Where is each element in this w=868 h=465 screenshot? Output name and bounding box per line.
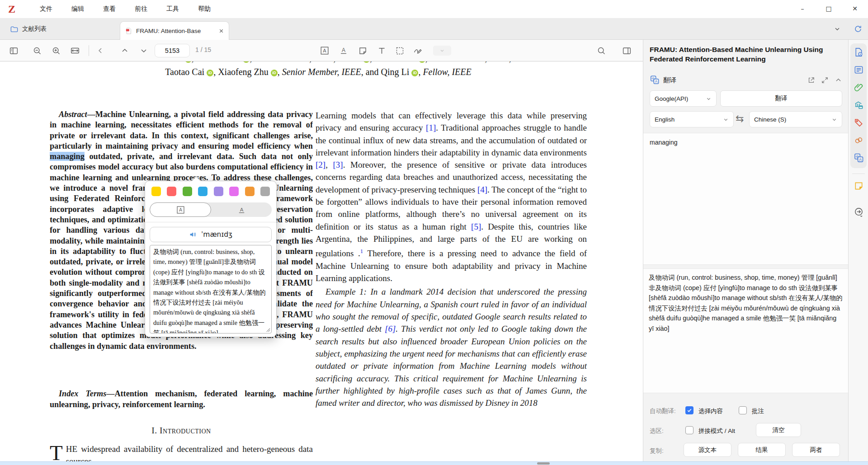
paperclip-icon (854, 82, 864, 93)
related-links-icon (854, 135, 864, 146)
pdf-page[interactable]: Thanveer Shaik iD, Xiaohui Tao iD, Senio… (0, 61, 643, 461)
popout-button[interactable] (807, 76, 815, 84)
example-paragraph: Example 1: In a landmark 2014 decision t… (316, 286, 587, 409)
highlight-segment[interactable]: A (150, 202, 211, 217)
draw-tool-button[interactable] (410, 42, 426, 59)
translate-button[interactable]: 翻译 (720, 90, 842, 107)
expand-button[interactable] (821, 76, 829, 84)
dictionary-box[interactable]: 及物动词 (run, control: business, shop, time… (150, 245, 272, 333)
area-tool-button[interactable] (392, 42, 408, 59)
minimize-button[interactable]: – (789, 0, 816, 17)
source-language-select[interactable]: English (650, 111, 734, 127)
tab-related[interactable] (850, 132, 867, 149)
engine-select[interactable]: Google(API) (650, 90, 717, 107)
checkbox-concat-mode[interactable] (685, 426, 693, 434)
color-swatch[interactable] (198, 187, 208, 196)
color-swatch[interactable] (214, 187, 223, 196)
zoom-in-button[interactable] (48, 42, 64, 59)
menu-item-tools[interactable]: 工具 (160, 2, 185, 16)
resize-handle-icon[interactable] (265, 327, 270, 332)
maximize-button[interactable]: □ (816, 0, 842, 17)
swap-icon: ⇆ (736, 113, 744, 124)
authors-line: Taotao Cai iD, Xiaofeng Zhu iD, Senior M… (50, 67, 587, 77)
fit-width-button[interactable] (67, 42, 83, 59)
sidebar-toggle-icon (9, 46, 19, 56)
pronunciation-text: ˈmænɪdʒ (201, 230, 232, 239)
color-swatch[interactable] (183, 187, 192, 196)
intro-paragraph: THE widespread availability of decentral… (50, 443, 313, 461)
tab-attachments[interactable] (850, 79, 867, 96)
menu-item-go[interactable]: 前往 (128, 2, 154, 16)
menu-item-edit[interactable]: 编辑 (65, 2, 90, 16)
sidebar-toggle-button[interactable] (5, 42, 22, 59)
tab-close-icon[interactable] (218, 28, 224, 34)
next-page-button[interactable] (136, 42, 152, 59)
text-tool-button[interactable] (373, 42, 390, 59)
sync-icon (854, 25, 862, 33)
search-icon (597, 46, 606, 56)
result-text: 及物动词 (run, control: business, shop, time… (649, 274, 843, 332)
locate-arrow-icon (854, 207, 864, 217)
color-swatch[interactable] (229, 187, 239, 196)
item-title: FRAMU: Attention-Based Machine Unlearnin… (650, 45, 841, 64)
annotations-button[interactable] (850, 177, 867, 195)
tab-abstract[interactable] (850, 61, 867, 79)
selection-label: 选区: (650, 427, 664, 435)
underline-segment[interactable]: A (211, 202, 272, 217)
color-swatch[interactable] (151, 187, 161, 196)
source-text-area[interactable]: managing (643, 133, 849, 265)
color-swatch[interactable] (245, 187, 255, 196)
highlight-icon: A (320, 46, 330, 56)
menu-item-file[interactable]: 文件 (33, 2, 59, 16)
clear-button[interactable]: 清空 (756, 423, 801, 437)
close-button[interactable]: ✕ (842, 0, 868, 17)
select-content-label: 选择内容 (698, 407, 723, 415)
authors-line: Thanveer Shaik iD, Xiaohui Tao iD, Senio… (50, 61, 587, 64)
color-swatch[interactable] (260, 187, 270, 196)
copy-both-button[interactable]: 两者 (792, 443, 840, 457)
document-tab[interactable]: FRAMU: Attention-Base (120, 21, 229, 40)
tab-tags[interactable] (850, 114, 867, 132)
tab-bar: 文献列表 FRAMU: Attention-Base (0, 18, 868, 40)
minimize-icon: – (801, 5, 804, 12)
side-panel-toggle-button[interactable] (618, 42, 635, 59)
underline-tool-button[interactable]: A (335, 42, 352, 59)
locate-button[interactable] (850, 203, 867, 221)
pronunciation-button[interactable]: ˈmænɪdʒ (150, 227, 272, 242)
scrollbar-thumb[interactable] (537, 462, 550, 465)
zotero-logo: Z (8, 3, 15, 15)
tab-translate[interactable]: 中A (850, 149, 867, 167)
copy-source-button[interactable]: 源文本 (684, 443, 731, 457)
tab-libraries[interactable] (850, 96, 867, 114)
checkbox-annotation[interactable] (739, 406, 747, 414)
library-tab[interactable]: 文献列表 (5, 18, 52, 40)
search-button[interactable] (593, 42, 609, 59)
note-tool-button[interactable] (354, 42, 371, 59)
result-text-area[interactable]: 及物动词 (run, control: business, shop, time… (643, 268, 849, 393)
close-icon: ✕ (852, 5, 858, 12)
collapse-section-button[interactable] (835, 76, 842, 84)
area-select-icon (395, 46, 405, 56)
zotero-window: Z 文件 编辑 查看 前往 工具 帮助 – □ ✕ 文献列表 FRAMU: At… (0, 0, 868, 465)
previous-page-button[interactable] (117, 42, 133, 59)
menu-item-help[interactable]: 帮助 (192, 2, 217, 16)
info-document-icon (854, 47, 864, 57)
translate-plugin-icon: 中A (650, 75, 660, 85)
engine-select-value: Google(API) (655, 95, 688, 102)
copy-result-button[interactable]: 结果 (738, 443, 786, 457)
menu-item-view[interactable]: 查看 (97, 2, 122, 16)
color-swatch-row (145, 181, 276, 199)
horizontal-scrollbar[interactable] (0, 461, 868, 465)
swap-languages-button[interactable]: ⇆ (736, 113, 744, 124)
color-swatch[interactable] (167, 187, 176, 196)
back-button[interactable] (92, 42, 108, 59)
tab-list-button[interactable] (830, 22, 844, 36)
strip-divider (852, 174, 865, 174)
highlight-tool-button[interactable]: A (316, 42, 333, 59)
zoom-out-button[interactable] (29, 42, 45, 59)
checkbox-select-content[interactable] (685, 406, 693, 414)
sync-button[interactable] (851, 22, 865, 36)
page-number-input[interactable] (155, 44, 190, 57)
tab-info[interactable] (850, 43, 867, 61)
target-language-select[interactable]: Chinese (S) (749, 111, 842, 127)
